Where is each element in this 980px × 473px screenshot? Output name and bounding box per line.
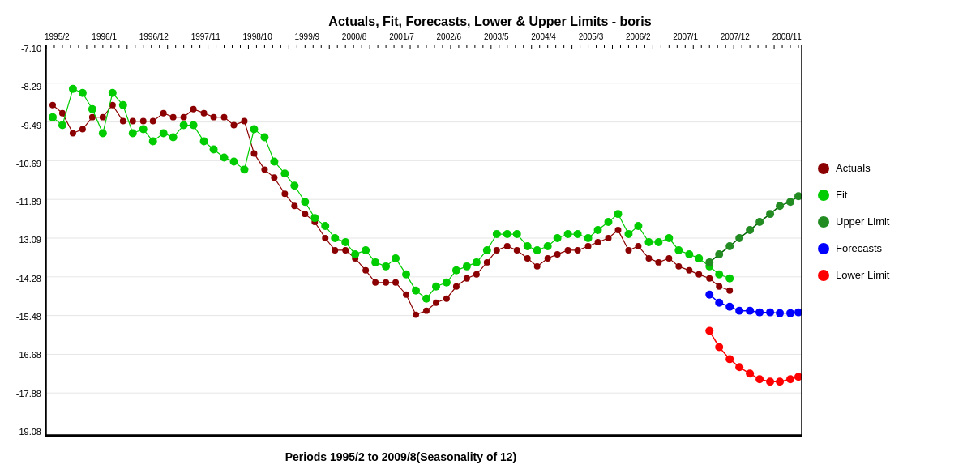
svg-point-73 bbox=[675, 263, 682, 270]
x-axis-labels: 1995/2 1996/1 1996/12 1997/11 1998/10 19… bbox=[45, 28, 802, 45]
legend-upper-limit: Upper Limit bbox=[818, 215, 964, 228]
svg-point-129 bbox=[554, 234, 562, 242]
svg-point-59 bbox=[534, 263, 541, 270]
svg-point-114 bbox=[402, 271, 410, 279]
svg-point-24 bbox=[181, 114, 187, 121]
x-label-13: 2007/1 bbox=[673, 32, 698, 41]
svg-point-156 bbox=[794, 192, 802, 200]
svg-point-130 bbox=[564, 230, 572, 238]
svg-point-81 bbox=[69, 85, 77, 93]
svg-point-154 bbox=[776, 202, 784, 210]
svg-point-34 bbox=[281, 190, 288, 197]
svg-point-105 bbox=[310, 214, 319, 222]
legend: Actuals Fit Upper Limit Forecasts Lower … bbox=[818, 162, 964, 281]
svg-point-126 bbox=[524, 242, 532, 250]
upper-limit-dot bbox=[818, 216, 829, 228]
svg-point-125 bbox=[513, 230, 521, 238]
svg-point-38 bbox=[322, 235, 328, 241]
svg-point-61 bbox=[554, 251, 561, 258]
svg-point-172 bbox=[755, 375, 764, 383]
svg-point-147 bbox=[705, 258, 713, 266]
y-label-3: -10.69 bbox=[16, 160, 41, 168]
svg-point-173 bbox=[766, 377, 774, 386]
svg-point-25 bbox=[190, 106, 197, 113]
svg-point-141 bbox=[674, 246, 683, 254]
svg-point-167 bbox=[705, 327, 713, 335]
svg-point-110 bbox=[362, 246, 370, 254]
svg-point-104 bbox=[301, 198, 309, 206]
svg-point-50 bbox=[443, 296, 450, 302]
actuals-label: Actuals bbox=[836, 162, 871, 174]
svg-point-122 bbox=[483, 246, 491, 254]
svg-point-101 bbox=[270, 157, 278, 165]
svg-point-18 bbox=[120, 118, 126, 125]
svg-point-21 bbox=[150, 118, 156, 125]
svg-point-151 bbox=[746, 226, 754, 234]
svg-point-127 bbox=[533, 246, 541, 254]
svg-point-89 bbox=[149, 138, 157, 146]
svg-point-115 bbox=[412, 287, 420, 295]
svg-point-58 bbox=[524, 255, 531, 262]
svg-point-158 bbox=[715, 299, 723, 307]
svg-point-109 bbox=[351, 250, 359, 258]
svg-point-67 bbox=[614, 227, 621, 233]
x-label-15: 2008/11 bbox=[772, 32, 802, 41]
svg-point-123 bbox=[493, 230, 501, 238]
svg-point-171 bbox=[746, 369, 754, 377]
svg-point-166 bbox=[794, 309, 802, 317]
svg-point-11 bbox=[49, 102, 56, 109]
upper-limit-label: Upper Limit bbox=[836, 215, 889, 228]
svg-point-169 bbox=[725, 355, 734, 363]
x-label-11: 2005/3 bbox=[579, 32, 604, 41]
svg-point-93 bbox=[190, 121, 198, 130]
svg-point-118 bbox=[443, 279, 451, 287]
svg-point-12 bbox=[59, 110, 66, 117]
svg-point-137 bbox=[634, 222, 642, 230]
svg-point-84 bbox=[99, 130, 107, 138]
svg-point-54 bbox=[484, 259, 490, 266]
svg-point-83 bbox=[88, 105, 96, 113]
fit-label: Fit bbox=[836, 189, 847, 201]
svg-point-57 bbox=[514, 247, 520, 254]
svg-point-120 bbox=[463, 262, 471, 271]
x-label-8: 2002/6 bbox=[437, 32, 462, 41]
svg-point-27 bbox=[211, 114, 217, 121]
svg-point-26 bbox=[201, 110, 208, 117]
y-label-1: -8.29 bbox=[21, 83, 41, 92]
forecasts-label: Forecasts bbox=[836, 242, 882, 254]
svg-point-162 bbox=[755, 309, 764, 317]
svg-point-82 bbox=[79, 89, 87, 97]
svg-point-146 bbox=[725, 275, 734, 283]
svg-point-35 bbox=[291, 202, 297, 209]
svg-point-65 bbox=[595, 239, 601, 245]
svg-point-29 bbox=[231, 122, 238, 129]
fit-dot bbox=[818, 190, 829, 201]
x-label-1: 1996/1 bbox=[92, 32, 117, 41]
y-label-8: -16.68 bbox=[16, 351, 41, 360]
svg-point-90 bbox=[160, 130, 168, 138]
svg-point-78 bbox=[726, 288, 733, 294]
svg-point-121 bbox=[473, 258, 481, 266]
svg-point-97 bbox=[230, 157, 238, 165]
svg-point-112 bbox=[382, 262, 390, 271]
svg-point-174 bbox=[776, 377, 784, 386]
svg-point-32 bbox=[261, 166, 267, 173]
svg-point-132 bbox=[584, 234, 593, 242]
svg-point-139 bbox=[654, 238, 662, 246]
svg-point-164 bbox=[776, 309, 784, 317]
svg-point-45 bbox=[392, 279, 399, 286]
svg-point-63 bbox=[575, 247, 581, 254]
svg-point-138 bbox=[644, 238, 653, 246]
legend-fit: Fit bbox=[818, 189, 964, 201]
svg-point-117 bbox=[432, 283, 440, 291]
svg-point-150 bbox=[735, 234, 743, 242]
svg-point-103 bbox=[290, 181, 298, 190]
svg-point-39 bbox=[332, 247, 338, 254]
svg-point-100 bbox=[260, 134, 268, 142]
svg-point-143 bbox=[695, 254, 703, 262]
svg-point-86 bbox=[119, 101, 127, 109]
svg-point-88 bbox=[139, 126, 148, 134]
svg-point-16 bbox=[100, 114, 106, 121]
svg-point-79 bbox=[49, 113, 57, 121]
svg-point-161 bbox=[746, 307, 754, 315]
